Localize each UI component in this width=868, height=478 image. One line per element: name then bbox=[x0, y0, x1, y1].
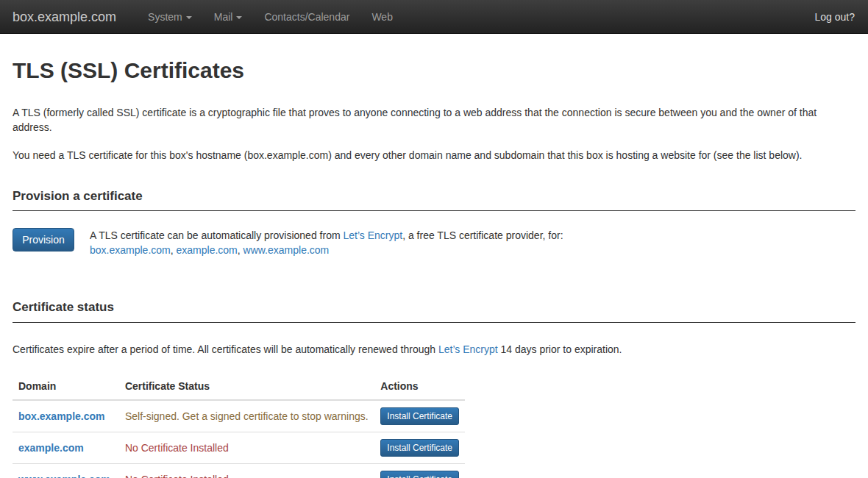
provision-domain-link[interactable]: example.com bbox=[177, 244, 238, 256]
column-header-domain: Domain bbox=[13, 373, 119, 400]
provision-description-line: A TLS certificate can be automatically p… bbox=[90, 228, 563, 243]
provision-section-heading: Provision a certificate bbox=[13, 188, 855, 211]
provision-domain-link[interactable]: box.example.com bbox=[90, 244, 171, 256]
table-row: box.example.com Self-signed. Get a signe… bbox=[13, 400, 465, 432]
provision-text-after: , a free TLS certificate provider, for: bbox=[402, 229, 563, 241]
nav-item-mail-label: Mail bbox=[214, 11, 233, 23]
install-certificate-button[interactable]: Install Certificate bbox=[380, 407, 459, 425]
nav-item-web-label: Web bbox=[371, 11, 393, 23]
certificate-status-text: Self-signed. Get a signed certificate to… bbox=[125, 410, 369, 422]
provision-domains-line: box.example.com, example.com, www.exampl… bbox=[90, 243, 563, 257]
nav-item-system[interactable]: System bbox=[137, 0, 203, 33]
provision-description: A TLS certificate can be automatically p… bbox=[90, 228, 563, 257]
certificate-status-heading: Certificate status bbox=[13, 299, 855, 322]
certificate-status-text: No Certificate Installed bbox=[125, 442, 229, 454]
domain-separator: , bbox=[238, 244, 243, 256]
nav-item-contacts-calendar[interactable]: Contacts/Calendar bbox=[253, 0, 360, 33]
certificate-table: Domain Certificate Status Actions box.ex… bbox=[13, 373, 465, 478]
intro-paragraph-2: You need a TLS certificate for this box'… bbox=[13, 148, 855, 163]
provision-row: Provision A TLS certificate can be autom… bbox=[13, 228, 855, 257]
domain-separator: , bbox=[171, 244, 177, 256]
table-header-row: Domain Certificate Status Actions bbox=[13, 373, 465, 400]
table-row: example.com No Certificate Installed Ins… bbox=[13, 432, 465, 463]
lets-encrypt-link[interactable]: Let’s Encrypt bbox=[438, 343, 498, 355]
domain-link[interactable]: www.example.com bbox=[18, 474, 110, 478]
provision-text-before: A TLS certificate can be automatically p… bbox=[90, 229, 343, 241]
nav-item-contacts-calendar-label: Contacts/Calendar bbox=[264, 11, 349, 23]
domain-link[interactable]: example.com bbox=[18, 442, 84, 454]
intro-paragraph-1: A TLS (formerly called SSL) certificate … bbox=[13, 105, 855, 135]
provision-domain-link[interactable]: www.example.com bbox=[243, 244, 330, 256]
expiry-text-before: Certificates expire after a period of ti… bbox=[13, 343, 438, 355]
domain-link[interactable]: box.example.com bbox=[18, 410, 105, 422]
lets-encrypt-link[interactable]: Let’s Encrypt bbox=[343, 229, 402, 241]
navbar-brand[interactable]: box.example.com bbox=[1, 0, 127, 33]
nav-item-mail[interactable]: Mail bbox=[203, 0, 254, 33]
page-title: TLS (SSL) Certificates bbox=[13, 58, 855, 82]
nav-item-web[interactable]: Web bbox=[360, 0, 404, 33]
expiry-note: Certificates expire after a period of ti… bbox=[13, 342, 855, 357]
expiry-text-after: 14 days prior to expiration. bbox=[498, 343, 622, 355]
column-header-actions: Actions bbox=[374, 373, 465, 400]
main-content: TLS (SSL) Certificates A TLS (formerly c… bbox=[0, 58, 868, 478]
install-certificate-button[interactable]: Install Certificate bbox=[380, 471, 459, 478]
column-header-certificate-status: Certificate Status bbox=[119, 373, 374, 400]
caret-down-icon bbox=[186, 16, 192, 19]
certificate-status-text: No Certificate Installed bbox=[125, 474, 229, 478]
table-row: www.example.com No Certificate Installed… bbox=[13, 463, 465, 478]
navbar-menu: System Mail Contacts/Calendar Web bbox=[137, 0, 404, 33]
install-certificate-button[interactable]: Install Certificate bbox=[380, 439, 459, 457]
provision-button[interactable]: Provision bbox=[13, 228, 74, 252]
top-navbar: box.example.com System Mail Contacts/Cal… bbox=[0, 0, 868, 34]
logout-link[interactable]: Log out? bbox=[802, 0, 868, 33]
nav-item-system-label: System bbox=[148, 11, 182, 23]
caret-down-icon bbox=[236, 16, 242, 19]
